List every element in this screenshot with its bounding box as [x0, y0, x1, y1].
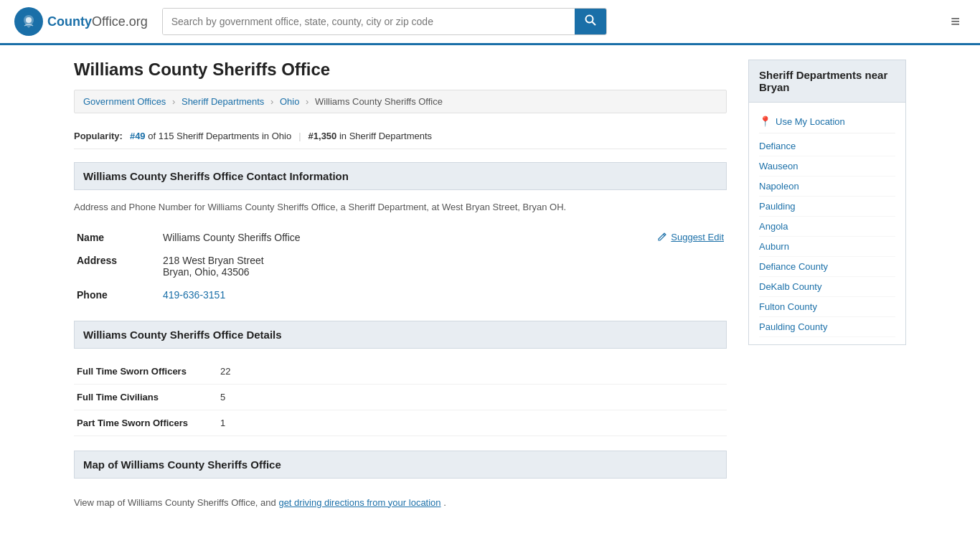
sidebar-header: Sheriff Departments near Bryan — [748, 60, 906, 103]
logo-text: CountyOffice.org — [47, 14, 148, 29]
table-row: Full Time Sworn Officers 22 — [74, 359, 727, 385]
sidebar-link-3[interactable]: Paulding — [759, 197, 895, 217]
sidebar-link-8[interactable]: Fulton County — [759, 297, 895, 317]
map-description: View map of Williams County Sheriffs Off… — [74, 489, 727, 517]
breadcrumb-sheriff-departments[interactable]: Sheriff Departments — [182, 96, 264, 107]
address-value: 218 West Bryan Street Bryan, Ohio, 43506 — [160, 249, 727, 283]
sidebar-content: 📍 Use My Location Defiance Wauseon Napol… — [748, 103, 906, 345]
table-row: Full Time Civilians 5 — [74, 384, 727, 410]
use-my-location-link[interactable]: 📍 Use My Location — [759, 110, 895, 133]
detail-label-0: Full Time Sworn Officers — [74, 359, 217, 385]
content-area: Williams County Sheriffs Office Governme… — [74, 60, 727, 517]
sidebar-link-0[interactable]: Defiance — [759, 136, 895, 156]
detail-label-2: Part Time Sworn Officers — [74, 410, 217, 435]
address-label: Address — [74, 249, 160, 283]
name-value: Williams County Sheriffs Office Suggest … — [160, 226, 727, 249]
details-section: Williams County Sheriffs Office Details … — [74, 321, 727, 436]
page-title: Williams County Sheriffs Office — [74, 60, 727, 80]
svg-point-2 — [585, 16, 593, 23]
detail-label-1: Full Time Civilians — [74, 384, 217, 410]
search-input[interactable] — [163, 9, 575, 34]
sidebar-link-9[interactable]: Paulding County — [759, 317, 895, 337]
name-label: Name — [74, 226, 160, 249]
table-row: Address 218 West Bryan Street Bryan, Ohi… — [74, 249, 727, 283]
breadcrumb-current: Williams County Sheriffs Office — [315, 96, 443, 107]
popularity-ohio-rank: #49 of 115 Sheriff Departments in Ohio — [130, 131, 291, 141]
contact-section-header: Williams County Sheriffs Office Contact … — [74, 162, 727, 190]
popularity-label: Popularity: — [74, 131, 123, 141]
table-row: Phone 419-636-3151 — [74, 283, 727, 306]
contact-info-table: Name Williams County Sheriffs Office Sug… — [74, 226, 727, 306]
popularity-national-rank: #1,350 in Sheriff Departments — [308, 131, 433, 141]
logo-link[interactable]: CountyOffice.org — [14, 7, 148, 36]
sidebar-link-7[interactable]: DeKalb County — [759, 277, 895, 297]
sidebar-link-1[interactable]: Wauseon — [759, 156, 895, 176]
detail-value-0: 22 — [217, 359, 727, 385]
sidebar-link-5[interactable]: Auburn — [759, 237, 895, 257]
driving-directions-link[interactable]: get driving directions from your locatio… — [278, 497, 440, 508]
breadcrumb-ohio[interactable]: Ohio — [280, 96, 299, 107]
table-row: Part Time Sworn Officers 1 — [74, 410, 727, 435]
search-button[interactable] — [575, 9, 606, 34]
phone-link[interactable]: 419-636-3151 — [163, 289, 225, 301]
table-row: Name Williams County Sheriffs Office Sug… — [74, 226, 727, 249]
contact-section: Williams County Sheriffs Office Contact … — [74, 162, 727, 306]
menu-icon[interactable]: ≡ — [945, 9, 966, 34]
logo-icon — [14, 7, 43, 36]
detail-value-1: 5 — [217, 384, 727, 410]
sidebar-link-2[interactable]: Napoleon — [759, 176, 895, 197]
sidebar-link-6[interactable]: Defiance County — [759, 257, 895, 277]
search-bar — [162, 8, 607, 35]
details-section-header: Williams County Sheriffs Office Details — [74, 321, 727, 349]
breadcrumb-government-offices[interactable]: Government Offices — [83, 96, 166, 107]
details-table: Full Time Sworn Officers 22 Full Time Ci… — [74, 359, 727, 436]
breadcrumb: Government Offices › Sheriff Departments… — [74, 90, 727, 113]
sidebar: Sheriff Departments near Bryan 📍 Use My … — [748, 60, 906, 517]
sidebar-link-4[interactable]: Angola — [759, 217, 895, 237]
popularity-bar: Popularity: #49 of 115 Sheriff Departmen… — [74, 123, 727, 149]
suggest-edit-button[interactable]: Suggest Edit — [657, 232, 724, 242]
contact-description: Address and Phone Number for Williams Co… — [74, 200, 727, 215]
site-header: CountyOffice.org ≡ — [0, 0, 980, 45]
pin-icon: 📍 — [759, 116, 771, 127]
map-section-header: Map of Williams County Sheriffs Office — [74, 451, 727, 479]
detail-value-2: 1 — [217, 410, 727, 435]
phone-value: 419-636-3151 — [160, 283, 727, 306]
svg-point-1 — [26, 17, 32, 23]
phone-label: Phone — [74, 283, 160, 306]
svg-line-3 — [592, 22, 595, 26]
main-container: Williams County Sheriffs Office Governme… — [60, 45, 920, 531]
map-section: Map of Williams County Sheriffs Office V… — [74, 451, 727, 517]
